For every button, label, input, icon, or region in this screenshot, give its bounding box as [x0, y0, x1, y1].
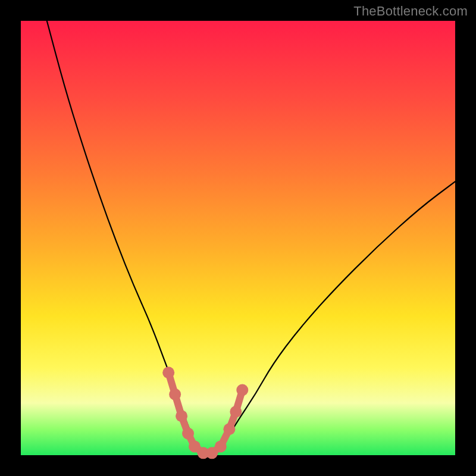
marker-dot [236, 384, 248, 396]
marker-dot [176, 410, 187, 422]
chart-frame: TheBottleneck.com [0, 0, 476, 476]
watermark-text: TheBottleneck.com [353, 4, 468, 19]
marker-dot [230, 406, 242, 418]
curve-layer [21, 21, 455, 455]
bottleneck-curve [47, 21, 455, 455]
marker-dot [215, 440, 227, 452]
marker-dot [223, 423, 235, 435]
marker-dot [162, 367, 174, 378]
plot-area [21, 21, 455, 455]
highlight-markers [162, 367, 248, 459]
marker-dot [182, 428, 194, 440]
marker-dot [169, 389, 181, 400]
